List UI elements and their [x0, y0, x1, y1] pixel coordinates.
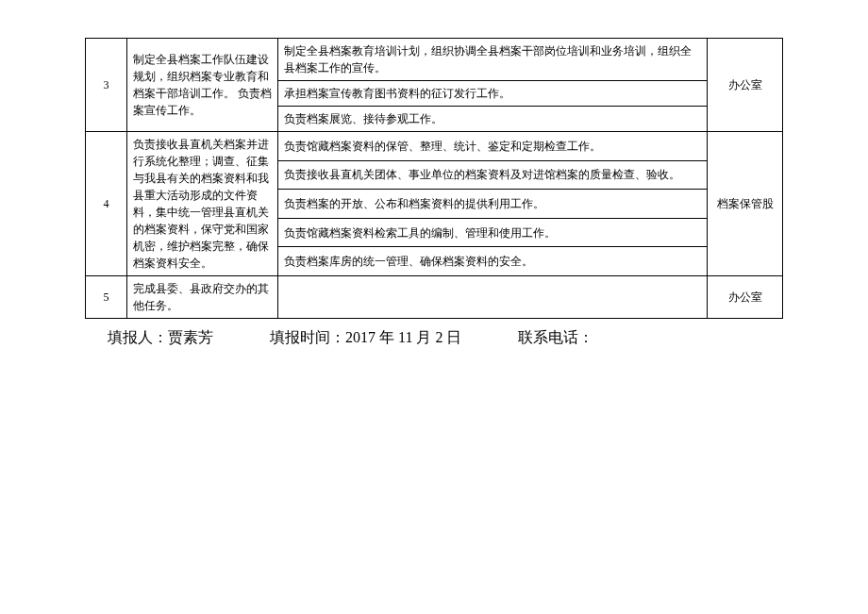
reporter-name: 贾素芳 — [168, 329, 213, 345]
row-desc: 制定全县档案工作队伍建设规划，组织档案专业教育和档案干部培训工作。 负责档案宣传… — [127, 39, 278, 132]
phone-label: 联系电话： — [518, 329, 593, 345]
row-item: 负责接收县直机关团体、事业单位的档案资料及对进馆档案的质量检查、验收。 — [278, 160, 708, 190]
row-item: 负责档案的开放、公布和档案资料的提供利用工作。 — [278, 190, 708, 219]
row-dept: 办公室 — [708, 276, 783, 319]
row-index: 4 — [86, 132, 127, 276]
row-desc: 完成县委、县政府交办的其他任务。 — [127, 276, 278, 319]
footer-line: 填报人：贾素芳 填报时间：2017 年 11 月 2 日 联系电话： — [85, 328, 783, 348]
row-item: 承担档案宣传教育图书资料的征订发行工作。 — [278, 81, 708, 107]
table-row: 4负责接收县直机关档案并进行系统化整理；调查、征集与我县有关的档案资料和我县重大… — [86, 132, 783, 161]
row-item: 制定全县档案教育培训计划，组织协调全县档案干部岗位培训和业务培训，组织全县档案工… — [278, 39, 708, 81]
time-value: 2017 年 11 月 2 日 — [345, 329, 461, 345]
row-item — [278, 276, 708, 319]
reporter-label: 填报人： — [108, 329, 168, 345]
time-label: 填报时间： — [270, 329, 345, 345]
row-index: 3 — [86, 39, 127, 132]
row-item: 负责馆藏档案资料检索工具的编制、管理和使用工作。 — [278, 218, 708, 247]
row-desc: 负责接收县直机关档案并进行系统化整理；调查、征集与我县有关的档案资料和我县重大活… — [127, 132, 278, 276]
table-row: 3制定全县档案工作队伍建设规划，组织档案专业教育和档案干部培训工作。 负责档案宣… — [86, 39, 783, 81]
main-table: 3制定全县档案工作队伍建设规划，组织档案专业教育和档案干部培训工作。 负责档案宣… — [85, 38, 783, 319]
row-item: 负责档案展览、接待参观工作。 — [278, 107, 708, 132]
row-dept: 档案保管股 — [708, 132, 783, 276]
row-index: 5 — [86, 276, 127, 319]
row-item: 负责馆藏档案资料的保管、整理、统计、鉴定和定期检查工作。 — [278, 132, 708, 161]
table-row: 5完成县委、县政府交办的其他任务。办公室 — [86, 276, 783, 319]
row-item: 负责档案库房的统一管理、确保档案资料的安全。 — [278, 247, 708, 276]
row-dept: 办公室 — [708, 39, 783, 132]
